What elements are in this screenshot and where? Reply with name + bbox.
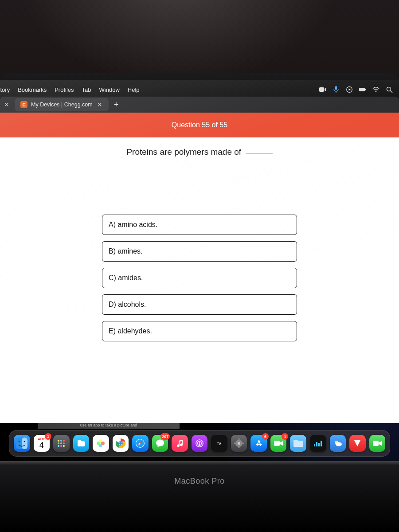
calendar-badge: 1: [45, 433, 51, 440]
finder-app-icon[interactable]: [14, 435, 30, 452]
svg-point-17: [60, 442, 62, 444]
svg-point-15: [63, 440, 65, 442]
svg-rect-48: [316, 442, 317, 446]
macos-dock: AUG 4 1 207 tv 6 1: [9, 430, 390, 457]
svg-point-13: [58, 440, 59, 442]
quiz-progress-header: Question 55 of 55: [0, 113, 399, 137]
appletv-app-icon[interactable]: tv: [211, 435, 227, 452]
svg-point-34: [156, 440, 164, 446]
search-icon[interactable]: [386, 86, 393, 93]
folder-app-icon[interactable]: [290, 435, 306, 452]
launchpad-app-icon[interactable]: [53, 435, 70, 452]
svg-point-39: [238, 442, 240, 445]
page-viewport: Question 55 of 55 Proteins are polymers …: [0, 113, 399, 423]
svg-rect-53: [373, 441, 379, 446]
question-prompt: Proteins are polymers made of: [126, 147, 241, 157]
laptop-hinge: [0, 461, 399, 465]
svg-point-6: [376, 91, 377, 92]
answer-list: A) amino acids. B) amines. C) amides. D)…: [27, 215, 372, 341]
menu-history[interactable]: story: [0, 86, 10, 93]
wifi-icon[interactable]: [372, 86, 379, 93]
mic-icon[interactable]: [332, 86, 340, 93]
battery-icon[interactable]: [359, 86, 366, 93]
laptop-model-label: MacBook Pro: [0, 477, 399, 486]
chrome-app-icon[interactable]: [113, 435, 129, 452]
answer-option-a[interactable]: A) amino acids.: [102, 215, 297, 235]
svg-rect-44: [274, 441, 280, 446]
menu-tab[interactable]: Tab: [82, 86, 91, 93]
music-app-icon[interactable]: [172, 435, 188, 452]
stocks-app-icon[interactable]: [310, 435, 326, 452]
prev-tab-close-icon[interactable]: ✕: [0, 101, 13, 108]
svg-point-18: [63, 442, 65, 444]
answer-option-c[interactable]: C) amides.: [102, 268, 297, 288]
answer-option-d[interactable]: D) alcohols.: [102, 294, 297, 315]
photos-app-icon[interactable]: [93, 435, 109, 452]
appstore-badge: 6: [262, 433, 269, 440]
messages-app-icon[interactable]: 207: [152, 435, 168, 452]
appstore-app-icon[interactable]: 6: [250, 435, 267, 452]
laptop-body: [0, 461, 399, 532]
tab-close-icon[interactable]: ✕: [96, 101, 103, 108]
weather-app-icon[interactable]: [330, 435, 346, 452]
svg-point-11: [19, 441, 20, 442]
svg-line-8: [390, 90, 392, 93]
svg-point-37: [199, 442, 200, 444]
camera-icon[interactable]: [319, 86, 326, 93]
safari-app-icon[interactable]: [132, 435, 149, 452]
new-tab-button[interactable]: +: [109, 100, 124, 110]
calendar-app-icon[interactable]: AUG 4 1: [34, 435, 50, 452]
news-app-icon[interactable]: [349, 435, 366, 452]
svg-point-12: [24, 441, 25, 442]
active-tab[interactable]: C My Devices | Chegg.com ✕: [15, 98, 109, 111]
browser-tabstrip: ✕ C My Devices | Chegg.com ✕ +: [0, 97, 399, 113]
svg-point-52: [336, 442, 342, 446]
svg-rect-0: [319, 87, 324, 92]
menu-bookmarks[interactable]: Bookmarks: [18, 86, 47, 93]
chegg-favicon-icon: C: [20, 101, 27, 108]
svg-rect-47: [314, 444, 315, 446]
svg-rect-23: [78, 440, 81, 442]
files-app-icon[interactable]: [73, 435, 90, 452]
answer-option-b[interactable]: B) amines.: [102, 241, 297, 262]
svg-point-27: [97, 442, 100, 445]
appletv-label: tv: [217, 441, 221, 446]
macos-menubar: story Bookmarks Profiles Tab Window Help: [0, 84, 399, 95]
svg-rect-4: [359, 88, 365, 91]
menu-help[interactable]: Help: [128, 86, 140, 93]
quiz-progress-text: Question 55 of 55: [172, 121, 227, 129]
facetime-app-icon[interactable]: 1: [270, 435, 287, 452]
svg-point-7: [387, 87, 391, 91]
svg-rect-46: [293, 440, 298, 442]
svg-point-19: [58, 445, 59, 447]
play-icon[interactable]: [346, 86, 353, 93]
svg-rect-10: [22, 438, 27, 449]
video-app-icon[interactable]: [369, 435, 386, 452]
calendar-day: 4: [39, 441, 44, 449]
svg-point-21: [63, 445, 65, 447]
facetime-badge: 1: [282, 433, 288, 440]
messages-badge: 207: [160, 433, 170, 440]
tab-title: My Devices | Chegg.com: [31, 102, 93, 108]
menu-profiles[interactable]: Profiles: [55, 86, 74, 93]
svg-point-16: [58, 442, 59, 444]
svg-point-20: [60, 445, 62, 447]
svg-rect-5: [365, 89, 366, 90]
settings-app-icon[interactable]: [231, 435, 247, 452]
answer-option-e[interactable]: E) aldehydes.: [102, 321, 297, 341]
svg-rect-50: [321, 441, 322, 446]
svg-point-14: [60, 440, 62, 442]
podcasts-app-icon[interactable]: [192, 435, 208, 452]
blank-line: [246, 153, 273, 153]
svg-rect-1: [335, 86, 337, 90]
svg-point-31: [119, 442, 122, 445]
svg-rect-49: [318, 443, 320, 446]
menu-window[interactable]: Window: [99, 86, 120, 93]
